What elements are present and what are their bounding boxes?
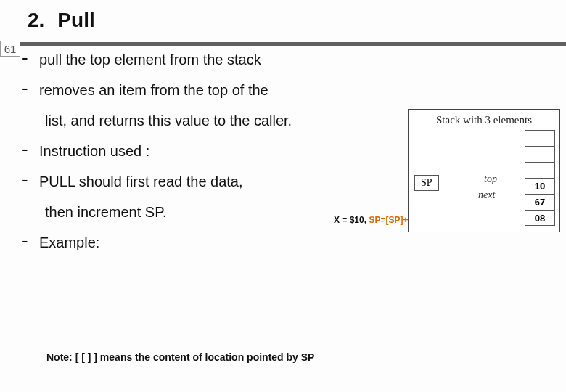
bullet-item: - Example: bbox=[22, 232, 385, 253]
next-arrow-icon bbox=[459, 195, 523, 195]
dash-icon: - bbox=[22, 171, 32, 187]
title-text: Pull bbox=[57, 9, 94, 32]
dash-icon: - bbox=[22, 80, 32, 96]
stack-cell: 10 bbox=[525, 178, 555, 194]
title-row: 2. Pull bbox=[28, 9, 566, 32]
title-number: 2. bbox=[28, 9, 44, 32]
bullet-text: removes an item from the top of the bbox=[39, 80, 268, 100]
next-label: next bbox=[478, 189, 495, 201]
top-arrow-icon bbox=[465, 179, 523, 179]
stack-cell: 08 bbox=[525, 210, 555, 226]
slide-header: 2. Pull bbox=[0, 0, 566, 36]
top-label: top bbox=[484, 173, 497, 185]
stack-cell bbox=[525, 162, 555, 178]
bullet-item: - removes an item from the top of the bbox=[22, 80, 385, 100]
bullet-item: - Instruction used : bbox=[22, 141, 385, 161]
sp-annotation: X = $10, SP=[SP]+1 bbox=[334, 215, 413, 225]
dash-icon: - bbox=[22, 141, 32, 157]
page-number-badge: 61 bbox=[0, 41, 20, 57]
stack-cells: 10 67 08 bbox=[525, 130, 555, 226]
diagram-title: Stack with 3 elements bbox=[409, 114, 559, 126]
stack-cell: 67 bbox=[525, 194, 555, 210]
sp-box: SP bbox=[414, 175, 439, 191]
bullet-item: - PULL should first read the data, bbox=[22, 171, 385, 192]
stack-cell bbox=[525, 146, 555, 162]
sp-arrow-icon bbox=[440, 179, 465, 179]
dash-icon: - bbox=[22, 232, 32, 248]
stack-diagram: Stack with 3 elements SP top next 10 67 … bbox=[408, 109, 560, 232]
bullet-continuation: list, and returns this value to the call… bbox=[45, 110, 386, 131]
stack-cell bbox=[525, 130, 555, 146]
annotation-sp-expr: SP=[SP]+1 bbox=[369, 215, 413, 225]
annotation-prefix: X = $10, bbox=[334, 215, 369, 225]
dash-icon: - bbox=[22, 49, 32, 65]
bullet-item: - pull the top element from the stack bbox=[22, 49, 385, 70]
bullet-text: Example: bbox=[39, 232, 99, 253]
bullet-text: pull the top element from the stack bbox=[39, 49, 261, 70]
bullet-text: Instruction used : bbox=[39, 141, 149, 161]
bullet-text: PULL should first read the data, bbox=[39, 171, 243, 192]
footnote: Note: [ [ ] ] means the content of locat… bbox=[46, 351, 314, 363]
